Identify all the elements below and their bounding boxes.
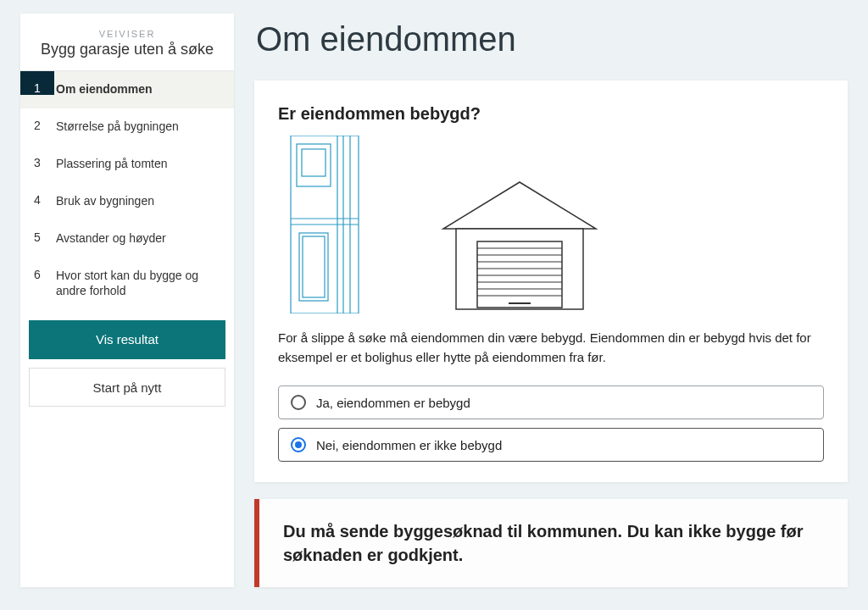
step-5[interactable]: 5 Avstander og høyder <box>20 220 234 258</box>
option-label: Nei, eiendommen er ikke bebygd <box>316 438 502 452</box>
option-label: Ja, eiendommen er bebygd <box>316 396 470 410</box>
step-label: Bruk av bygningen <box>54 183 234 219</box>
option-no[interactable]: Nei, eiendommen er ikke bebygd <box>278 428 824 462</box>
restart-button[interactable]: Start på nytt <box>29 368 225 407</box>
options: Ja, eiendommen er bebygd Nei, eiendommen… <box>278 385 824 462</box>
svg-rect-5 <box>302 149 326 176</box>
step-1[interactable]: 1 Om eiendommen <box>20 71 234 108</box>
step-label: Hvor stort kan du bygge og andre forhold <box>54 258 234 308</box>
sidebar-actions: Vis resultat Start på nytt <box>20 308 234 407</box>
step-number: 1 <box>20 71 54 95</box>
step-4[interactable]: 4 Bruk av bygningen <box>20 183 234 220</box>
option-yes[interactable]: Ja, eiendommen er bebygd <box>278 385 824 419</box>
main: Om eiendommen Er eiendommen bebygd? <box>254 14 848 587</box>
step-list: 1 Om eiendommen 2 Størrelse på bygningen… <box>20 71 234 308</box>
step-number: 5 <box>20 220 54 244</box>
svg-rect-6 <box>299 233 328 301</box>
step-number: 4 <box>20 183 54 207</box>
garage-icon <box>439 178 600 313</box>
step-number: 2 <box>20 108 54 132</box>
question-card: Er eiendommen bebygd? <box>254 80 848 482</box>
result-card: Du må sende byggesøknad til kommunen. Du… <box>254 499 848 587</box>
radio-icon <box>291 437 306 452</box>
question-text: For å slippe å søke må eiendommen din væ… <box>278 329 824 367</box>
page-title: Om eiendommen <box>256 20 848 58</box>
result-text: Du må sende byggesøknad til kommunen. Du… <box>283 519 824 567</box>
building-icon <box>287 136 397 313</box>
step-2[interactable]: 2 Størrelse på bygningen <box>20 108 234 146</box>
step-label: Plassering på tomten <box>54 146 234 181</box>
svg-rect-12 <box>477 241 562 308</box>
radio-icon <box>291 395 306 410</box>
svg-rect-7 <box>303 236 325 297</box>
step-number: 6 <box>20 258 54 281</box>
step-3[interactable]: 3 Plassering på tomten <box>20 146 234 183</box>
sidebar: VEIVISER Bygg garasje uten å søke 1 Om e… <box>20 14 234 587</box>
step-number: 3 <box>20 146 54 169</box>
question-title: Er eiendommen bebygd? <box>278 104 824 124</box>
sidebar-kicker: VEIVISER <box>29 29 225 39</box>
sidebar-header: VEIVISER Bygg garasje uten å søke <box>20 14 234 71</box>
sidebar-title: Bygg garasje uten å søke <box>29 41 225 58</box>
step-label: Avstander og høyder <box>54 220 234 256</box>
svg-marker-10 <box>443 182 596 229</box>
step-label: Om eiendommen <box>54 71 234 107</box>
step-label: Størrelse på bygningen <box>54 108 234 144</box>
illustration <box>287 136 824 313</box>
show-result-button[interactable]: Vis resultat <box>29 320 225 359</box>
step-6[interactable]: 6 Hvor stort kan du bygge og andre forho… <box>20 258 234 308</box>
